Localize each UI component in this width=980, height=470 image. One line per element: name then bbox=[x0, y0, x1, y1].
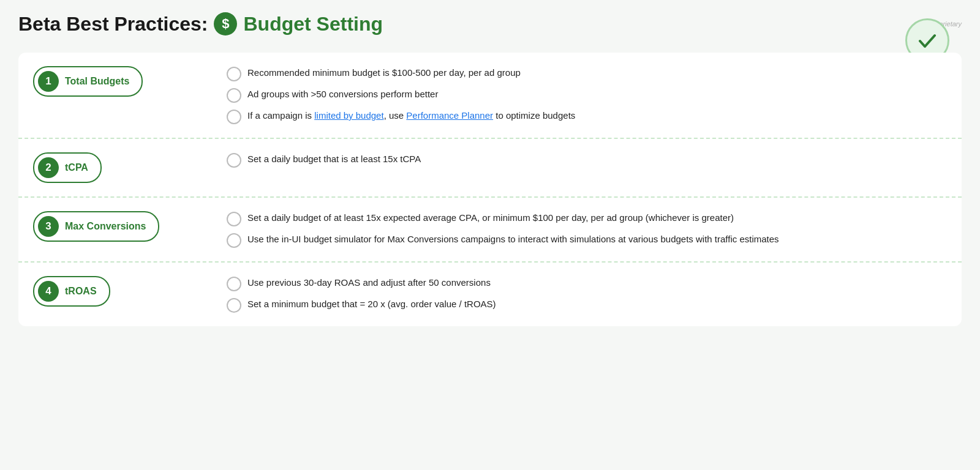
section-pill-3: 3Max Conversions bbox=[33, 211, 159, 242]
section-content-1: Recommended minimum budget is $100-500 p… bbox=[208, 66, 943, 124]
section-label-4: 4tROAS bbox=[37, 276, 208, 307]
section-pill-4: 4tROAS bbox=[33, 276, 110, 307]
bullet-text-1-3: If a campaign is limited by budget, use … bbox=[247, 109, 575, 123]
bullet-item-2-1: Set a daily budget that is at least 15x … bbox=[227, 152, 943, 168]
radio-circle-2-1[interactable] bbox=[227, 153, 241, 168]
section-label-2: 2tCPA bbox=[37, 152, 208, 183]
section-label-1: 1Total Budgets bbox=[37, 66, 208, 97]
bullet-item-1-3: If a campaign is limited by budget, use … bbox=[227, 109, 943, 124]
bullet-text-3-2: Use the in-UI budget simulator for Max C… bbox=[247, 233, 779, 247]
section-number-1: 1 bbox=[38, 71, 59, 92]
bullet-item-1-1: Recommended minimum budget is $100-500 p… bbox=[227, 66, 943, 81]
link-1-3-3[interactable]: Performance Planner bbox=[406, 110, 493, 121]
title-prefix: Beta Best Practices: bbox=[18, 13, 208, 35]
radio-circle-3-2[interactable] bbox=[227, 233, 241, 248]
section-row-3: 3Max ConversionsSet a daily budget of at… bbox=[18, 198, 962, 263]
bullet-text-1-2: Ad groups with >50 conversions perform b… bbox=[247, 88, 438, 102]
section-pill-1: 1Total Budgets bbox=[33, 66, 143, 97]
section-content-2: Set a daily budget that is at least 15x … bbox=[208, 152, 943, 168]
content-area: 1Total BudgetsRecommended minimum budget… bbox=[18, 53, 962, 326]
section-pill-text-1: Total Budgets bbox=[65, 76, 129, 87]
section-row-1: 1Total BudgetsRecommended minimum budget… bbox=[18, 53, 962, 139]
radio-circle-1-2[interactable] bbox=[227, 88, 241, 103]
section-label-3: 3Max Conversions bbox=[37, 211, 208, 242]
page-header: Beta Best Practices: $ Budget Setting Pr… bbox=[18, 12, 962, 35]
section-pill-2: 2tCPA bbox=[33, 152, 102, 183]
section-number-3: 3 bbox=[38, 216, 59, 237]
bullet-text-4-2: Set a minimum budget that = 20 x (avg. o… bbox=[247, 297, 496, 311]
bullet-item-3-1: Set a daily budget of at least 15x expec… bbox=[227, 211, 943, 226]
bullet-item-3-2: Use the in-UI budget simulator for Max C… bbox=[227, 233, 943, 248]
dollar-icon: $ bbox=[214, 12, 237, 35]
radio-circle-1-1[interactable] bbox=[227, 67, 241, 81]
bullet-text-3-1: Set a daily budget of at least 15x expec… bbox=[247, 211, 734, 225]
bullet-text-4-1: Use previous 30-day ROAS and adjust afte… bbox=[247, 276, 491, 290]
section-pill-text-2: tCPA bbox=[65, 162, 88, 173]
bullet-item-1-2: Ad groups with >50 conversions perform b… bbox=[227, 88, 943, 103]
bullet-text-1-1: Recommended minimum budget is $100-500 p… bbox=[247, 66, 521, 80]
radio-circle-4-1[interactable] bbox=[227, 277, 241, 291]
title-suffix: Budget Setting bbox=[243, 13, 383, 35]
bullet-item-4-2: Set a minimum budget that = 20 x (avg. o… bbox=[227, 297, 943, 313]
section-number-2: 2 bbox=[38, 157, 59, 178]
section-pill-text-4: tROAS bbox=[65, 286, 97, 297]
section-number-4: 4 bbox=[38, 281, 59, 302]
radio-circle-4-2[interactable] bbox=[227, 298, 241, 313]
radio-circle-3-1[interactable] bbox=[227, 212, 241, 226]
section-content-3: Set a daily budget of at least 15x expec… bbox=[208, 211, 943, 248]
section-row-4: 4tROASUse previous 30-day ROAS and adjus… bbox=[18, 263, 962, 326]
link-1-3-1[interactable]: limited by budget bbox=[314, 110, 383, 121]
bullet-item-4-1: Use previous 30-day ROAS and adjust afte… bbox=[227, 276, 943, 291]
page-title: Beta Best Practices: $ Budget Setting bbox=[18, 12, 383, 35]
bullet-text-2-1: Set a daily budget that is at least 15x … bbox=[247, 152, 421, 166]
section-pill-text-3: Max Conversions bbox=[65, 221, 146, 232]
section-row-2: 2tCPASet a daily budget that is at least… bbox=[18, 139, 962, 198]
section-content-4: Use previous 30-day ROAS and adjust afte… bbox=[208, 276, 943, 313]
radio-circle-1-3[interactable] bbox=[227, 110, 241, 124]
